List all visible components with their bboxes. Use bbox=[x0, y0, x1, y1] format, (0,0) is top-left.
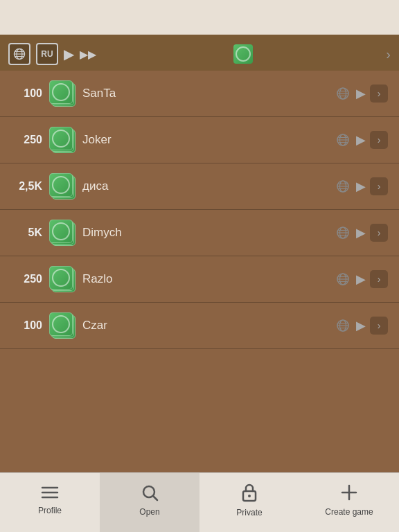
profile-icon bbox=[40, 485, 60, 503]
create-game-label: Create game bbox=[325, 507, 373, 517]
row-action-icons: ▶ › bbox=[334, 85, 388, 103]
profile-label: Profile bbox=[38, 506, 62, 515]
row-globe-icon bbox=[334, 224, 352, 242]
row-globe-icon bbox=[334, 317, 352, 335]
nav-item-open[interactable]: Open bbox=[100, 473, 200, 532]
row-play-icon: ▶ bbox=[356, 132, 366, 148]
game-row[interactable]: 100 SanTa ▶ › bbox=[0, 71, 399, 117]
row-action-icons: ▶ › bbox=[334, 224, 388, 242]
create-game-icon bbox=[340, 484, 358, 504]
private-icon bbox=[241, 483, 258, 505]
open-label: Open bbox=[139, 507, 159, 517]
row-action-icons: ▶ › bbox=[334, 317, 388, 335]
money-stack-icon bbox=[49, 312, 76, 339]
game-list: 100 SanTa ▶ › bbox=[0, 71, 399, 472]
game-row[interactable]: 2,5K диса ▶ › bbox=[0, 163, 399, 210]
row-play-icon: ▶ bbox=[356, 225, 366, 240]
game-row[interactable]: 250 Joker ▶ › bbox=[0, 117, 399, 163]
row-detail-chevron[interactable]: › bbox=[370, 317, 388, 335]
game-name: SanTa bbox=[82, 87, 327, 100]
globe-filter-icon[interactable] bbox=[8, 43, 30, 65]
money-stack-icon bbox=[49, 266, 76, 292]
row-action-icons: ▶ › bbox=[334, 177, 388, 195]
game-name: Razlo bbox=[82, 272, 327, 286]
filter-money-icon bbox=[233, 44, 253, 64]
row-globe-icon bbox=[334, 177, 352, 195]
game-name: Joker bbox=[82, 133, 327, 147]
row-play-icon: ▶ bbox=[356, 86, 366, 101]
money-stack-icon bbox=[49, 80, 76, 107]
game-bet: 100 bbox=[11, 319, 42, 332]
bottom-nav: Profile Open Private Create game bbox=[0, 472, 399, 532]
fast-forward-filter-icon[interactable]: ▶▶ bbox=[80, 48, 96, 61]
svg-line-39 bbox=[153, 496, 157, 500]
private-label: Private bbox=[236, 508, 262, 517]
header bbox=[0, 0, 399, 35]
row-detail-chevron[interactable]: › bbox=[370, 270, 388, 288]
row-detail-chevron[interactable]: › bbox=[370, 224, 388, 242]
game-row[interactable]: 100 Czar ▶ › bbox=[0, 303, 399, 349]
game-bet: 5K bbox=[11, 227, 42, 239]
filter-controls: RU ▶ ▶▶ › bbox=[8, 43, 391, 65]
game-bet: 250 bbox=[11, 273, 42, 285]
nav-item-create-game[interactable]: Create game bbox=[299, 473, 399, 532]
game-bet: 2,5K bbox=[11, 180, 42, 193]
game-bet: 250 bbox=[11, 134, 42, 146]
row-play-icon: ▶ bbox=[356, 318, 366, 333]
ru-filter-icon[interactable]: RU bbox=[36, 43, 58, 65]
game-name: Czar bbox=[82, 319, 327, 332]
money-stack-icon bbox=[49, 127, 76, 153]
row-detail-chevron[interactable]: › bbox=[370, 85, 388, 103]
row-detail-chevron[interactable]: › bbox=[370, 177, 388, 195]
filter-bar: RU ▶ ▶▶ › bbox=[0, 35, 399, 71]
row-globe-icon bbox=[334, 270, 352, 288]
svg-point-41 bbox=[248, 495, 251, 497]
money-stack-icon bbox=[49, 220, 76, 246]
game-row[interactable]: 5K Dimych ▶ › bbox=[0, 210, 399, 256]
row-play-icon: ▶ bbox=[356, 179, 366, 194]
row-play-icon: ▶ bbox=[356, 272, 366, 287]
row-globe-icon bbox=[334, 85, 352, 103]
open-icon bbox=[141, 484, 159, 504]
nav-item-profile[interactable]: Profile bbox=[0, 473, 100, 532]
game-name: диса bbox=[82, 179, 327, 193]
game-name: Dimych bbox=[82, 226, 327, 240]
filter-range bbox=[229, 44, 253, 64]
row-detail-chevron[interactable]: › bbox=[370, 131, 388, 149]
nav-item-private[interactable]: Private bbox=[200, 473, 299, 532]
game-row[interactable]: 250 Razlo ▶ › bbox=[0, 256, 399, 303]
row-action-icons: ▶ › bbox=[334, 131, 388, 149]
money-stack-icon bbox=[49, 173, 76, 200]
row-action-icons: ▶ › bbox=[334, 270, 388, 288]
filter-expand-chevron[interactable]: › bbox=[386, 46, 391, 62]
row-globe-icon bbox=[334, 131, 352, 149]
game-bet: 100 bbox=[11, 87, 42, 100]
play-filter-icon[interactable]: ▶ bbox=[64, 46, 74, 62]
